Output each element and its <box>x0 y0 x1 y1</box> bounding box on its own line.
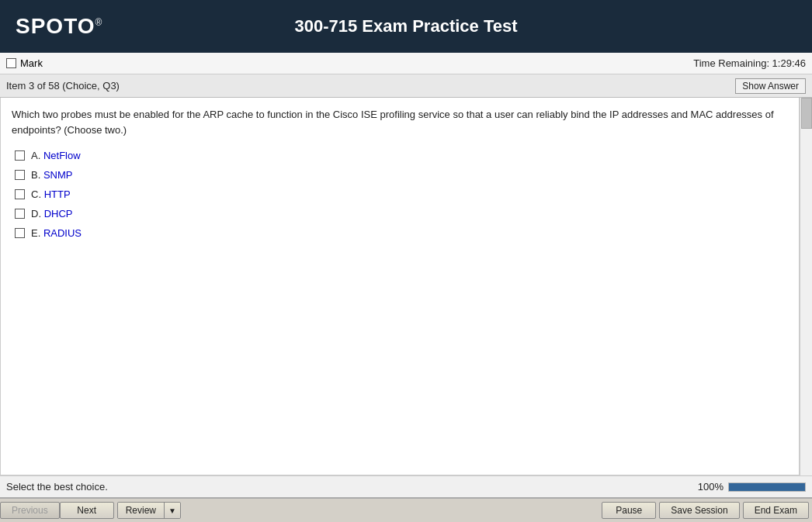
option-label: E. RADIUS <box>31 227 82 239</box>
option-item: C. HTTP <box>15 188 788 200</box>
option-checkbox[interactable] <box>15 228 25 238</box>
option-checkbox[interactable] <box>15 170 25 180</box>
logo: SPOTO® <box>16 14 102 39</box>
item-bar: Item 3 of 58 (Choice, Q3) Show Answer <box>0 74 812 98</box>
progress-area: 100% <box>698 481 806 493</box>
progress-bar-track <box>728 482 806 492</box>
option-item: D. DHCP <box>15 208 788 220</box>
show-answer-button[interactable]: Show Answer <box>735 78 806 94</box>
status-bar: Select the best choice. 100% <box>0 475 812 497</box>
review-dropdown-arrow[interactable]: ▼ <box>164 503 180 518</box>
option-item: A. NetFlow <box>15 150 788 161</box>
option-label: B. SNMP <box>31 169 72 181</box>
mark-checkbox[interactable] <box>6 58 16 68</box>
item-info: Item 3 of 58 (Choice, Q3) <box>6 80 120 92</box>
progress-pct: 100% <box>698 481 724 493</box>
option-label: A. NetFlow <box>31 150 81 161</box>
header: SPOTO® 300-715 Exam Practice Test <box>0 0 812 53</box>
end-exam-button[interactable]: End Exam <box>743 502 809 519</box>
option-checkbox[interactable] <box>15 209 25 219</box>
footer: Previous Next Review ▼ Pause Save Sessio… <box>0 497 812 522</box>
option-checkbox[interactable] <box>15 150 25 161</box>
status-text: Select the best choice. <box>6 481 108 493</box>
options-list: A. NetFlowB. SNMPC. HTTPD. DHCPE. RADIUS <box>12 150 788 239</box>
time-remaining: Time Remaining: 1:29:46 <box>693 57 806 69</box>
progress-bar-fill <box>729 483 805 491</box>
mark-bar: Mark Time Remaining: 1:29:46 <box>0 53 812 74</box>
option-label: D. DHCP <box>31 208 72 220</box>
review-button[interactable]: Review <box>118 503 164 518</box>
content-wrapper: Which two probes must be enabled for the… <box>0 98 812 475</box>
logo-sup: ® <box>95 17 103 28</box>
mark-label[interactable]: Mark <box>6 57 43 69</box>
logo-text: SPOTO <box>16 14 95 38</box>
previous-button[interactable]: Previous <box>0 502 60 519</box>
option-item: B. SNMP <box>15 169 788 181</box>
review-btn-wrapper: Review ▼ <box>117 502 181 519</box>
question-text: Which two probes must be enabled for the… <box>12 107 788 137</box>
pause-button[interactable]: Pause <box>602 502 656 519</box>
option-label: C. HTTP <box>31 188 71 200</box>
option-checkbox[interactable] <box>15 189 25 199</box>
scrollbar-thumb[interactable] <box>801 98 812 129</box>
footer-left: Previous Next Review ▼ <box>0 502 181 519</box>
save-session-button[interactable]: Save Session <box>659 502 739 519</box>
mark-text: Mark <box>20 57 43 69</box>
exam-title: 300-715 Exam Practice Test <box>295 16 518 36</box>
next-button[interactable]: Next <box>60 502 114 519</box>
scrollbar-track[interactable] <box>800 98 812 475</box>
option-item: E. RADIUS <box>15 227 788 239</box>
main-content: Which two probes must be enabled for the… <box>0 98 800 475</box>
footer-right: Pause Save Session End Exam <box>602 502 812 519</box>
